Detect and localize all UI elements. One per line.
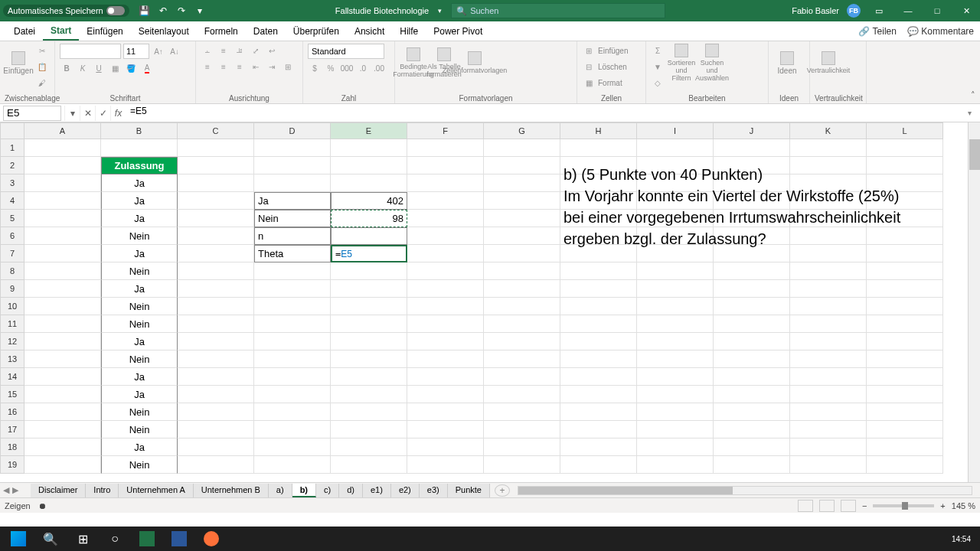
cell-J11[interactable] (714, 315, 790, 333)
cell-E11[interactable] (331, 315, 407, 333)
percent-icon[interactable]: % (324, 61, 338, 75)
row-header-18[interactable]: 18 (0, 439, 24, 456)
namebox-dropdown-icon[interactable]: ▾ (64, 106, 80, 121)
border-icon[interactable]: ▦ (108, 61, 122, 75)
row-header-13[interactable]: 13 (0, 350, 24, 368)
cell-A11[interactable] (24, 315, 101, 333)
cell-B19[interactable]: Nein (101, 456, 178, 474)
tab-datei[interactable]: Datei (6, 23, 43, 40)
copy-icon[interactable]: 📋 (35, 60, 49, 73)
cell-I15[interactable] (637, 386, 714, 403)
column-header-I[interactable]: I (637, 122, 714, 139)
cell-K12[interactable] (790, 333, 867, 350)
sheet-tab-e3[interactable]: e3) (420, 484, 448, 497)
cell-D15[interactable] (254, 386, 331, 403)
sheet-tab-d[interactable]: d) (339, 484, 363, 497)
cell-L15[interactable] (867, 386, 943, 403)
column-header-L[interactable]: L (867, 122, 943, 139)
cell-F2[interactable] (407, 157, 484, 174)
row-header-9[interactable]: 9 (0, 280, 24, 298)
cell-B1[interactable] (101, 139, 178, 157)
cell-D17[interactable] (254, 421, 331, 439)
indent-dec-icon[interactable]: ⇤ (249, 60, 263, 73)
row-header-2[interactable]: 2 (0, 157, 24, 174)
cell-H16[interactable] (560, 403, 637, 421)
cell-G10[interactable] (484, 298, 560, 315)
cell-D10[interactable] (254, 298, 331, 315)
cell-F1[interactable] (407, 139, 484, 157)
cell-E14[interactable] (331, 368, 407, 386)
cell-A2[interactable] (24, 157, 101, 174)
view-pagebreak-icon[interactable] (841, 500, 856, 512)
cell-F10[interactable] (407, 298, 484, 315)
cell-C14[interactable] (178, 368, 254, 386)
row-header-10[interactable]: 10 (0, 298, 24, 315)
cell-E2[interactable] (331, 157, 407, 174)
cell-L1[interactable] (867, 139, 943, 157)
firefox-taskbar-icon[interactable] (196, 528, 227, 549)
cell-J16[interactable] (714, 403, 790, 421)
cell-H9[interactable] (560, 280, 637, 298)
cell-J18[interactable] (714, 439, 790, 456)
cell-L14[interactable] (867, 368, 943, 386)
cell-B5[interactable]: Ja (101, 210, 178, 227)
fill-icon[interactable]: ▼ (651, 60, 665, 73)
cell-B3[interactable]: Ja (101, 174, 178, 192)
maximize-button[interactable]: □ (926, 2, 948, 19)
wrap-text-icon[interactable]: ↩ (265, 44, 279, 57)
cell-B6[interactable]: Nein (101, 227, 178, 245)
currency-icon[interactable]: $ (308, 61, 322, 75)
cell-D5[interactable]: Nein (254, 210, 331, 227)
format-painter-icon[interactable]: 🖌 (35, 76, 49, 90)
cell-C2[interactable] (178, 157, 254, 174)
system-clock[interactable]: 14:54 (952, 535, 977, 543)
cell-B12[interactable]: Ja (101, 333, 178, 350)
cell-D13[interactable] (254, 350, 331, 368)
dropdown-icon[interactable]: ▾ (438, 7, 442, 15)
cell-J10[interactable] (714, 298, 790, 315)
macro-record-icon[interactable]: ⏺ (38, 501, 47, 510)
cell-A13[interactable] (24, 350, 101, 368)
column-header-G[interactable]: G (484, 122, 560, 139)
cell-E3[interactable] (331, 174, 407, 192)
cell-H19[interactable] (560, 456, 637, 474)
row-header-5[interactable]: 5 (0, 210, 24, 227)
cell-A8[interactable] (24, 262, 101, 280)
cell-E16[interactable] (331, 403, 407, 421)
cell-K18[interactable] (790, 439, 867, 456)
sheet-tab-Disclaimer[interactable]: Disclaimer (31, 484, 86, 497)
cell-B13[interactable]: Nein (101, 350, 178, 368)
cell-F5[interactable] (407, 210, 484, 227)
user-name[interactable]: Fabio Basler (792, 6, 839, 15)
cell-F13[interactable] (407, 350, 484, 368)
row-header-8[interactable]: 8 (0, 262, 24, 280)
cell-C7[interactable] (178, 245, 254, 262)
column-header-E[interactable]: E (331, 122, 407, 139)
start-button[interactable] (3, 528, 34, 549)
cell-E17[interactable] (331, 421, 407, 439)
collapse-ribbon-icon[interactable]: ˄ (971, 90, 975, 100)
cell-D3[interactable] (254, 174, 331, 192)
cell-E9[interactable] (331, 280, 407, 298)
cell-J8[interactable] (714, 262, 790, 280)
cell-E12[interactable] (331, 333, 407, 350)
cell-K9[interactable] (790, 280, 867, 298)
cell-C3[interactable] (178, 174, 254, 192)
cell-I1[interactable] (637, 139, 714, 157)
tab-daten[interactable]: Daten (246, 23, 286, 40)
paste-button[interactable]: Einfügen (5, 44, 32, 82)
align-bottom-icon[interactable]: ⫡ (233, 44, 247, 57)
row-header-6[interactable]: 6 (0, 227, 24, 245)
cell-E8[interactable] (331, 262, 407, 280)
cell-K15[interactable] (790, 386, 867, 403)
cell-A6[interactable] (24, 227, 101, 245)
close-button[interactable]: ✕ (956, 2, 977, 19)
ideas-button[interactable]: Ideen (773, 44, 801, 82)
cell-D12[interactable] (254, 333, 331, 350)
cell-A7[interactable] (24, 245, 101, 262)
sheet-tab-UnternehmenA[interactable]: Unternehmen A (119, 484, 193, 497)
cell-D19[interactable] (254, 456, 331, 474)
cell-J13[interactable] (714, 350, 790, 368)
sheet-nav-next-icon[interactable]: ▶ (12, 485, 18, 495)
cell-F12[interactable] (407, 333, 484, 350)
